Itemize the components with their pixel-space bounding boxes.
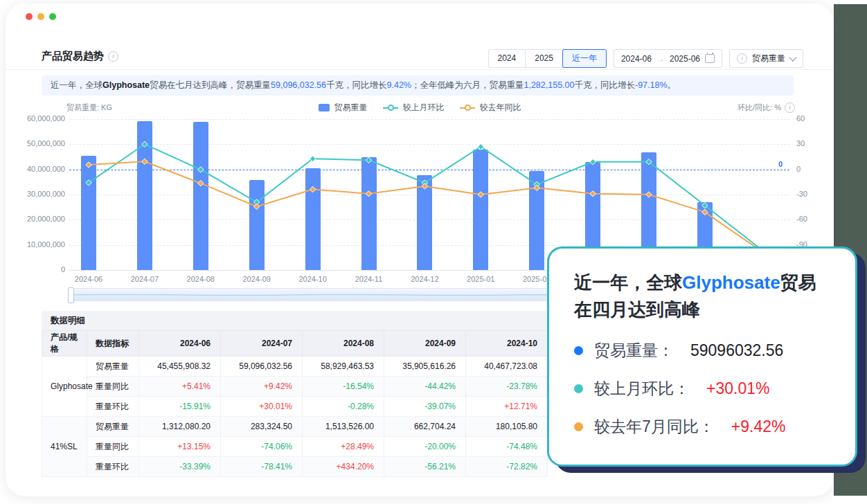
summary-segment: 近一年，全球 [51, 80, 102, 90]
chart-bar[interactable] [417, 175, 432, 270]
period-segment-group: 2024 2025 近一年 [488, 49, 607, 68]
value-cell: -74.48% [466, 437, 548, 457]
gridline [69, 119, 789, 120]
legend-item[interactable]: 较上月环比 [383, 102, 445, 114]
tooltip-title-prefix: 近一年，全球 [574, 272, 682, 293]
value-cell: 59,096,032.56 [221, 357, 303, 377]
chart-bar[interactable] [473, 150, 488, 270]
y-axis-tick-label: 30,000,000 [6, 190, 65, 198]
chart-bar[interactable] [193, 122, 208, 270]
tooltip-dot-icon [574, 346, 583, 355]
table-row: 重量环比-33.39%-78.41%+434.20%-56.21%-72.82% [42, 457, 548, 477]
legend-circle-icon [388, 105, 394, 111]
metric-cell: 重量环比 [87, 457, 139, 477]
legend-label: 较去年同比 [480, 102, 521, 114]
close-button[interactable] [26, 13, 33, 20]
value-cell: +5.41% [139, 377, 221, 397]
header-divider [6, 69, 834, 70]
chevron-down-icon [789, 53, 796, 61]
tooltip-title-highlight: Glyphosate [682, 272, 780, 293]
y-axis-tick-label: 0 [6, 265, 65, 273]
summary-segment: ；全年低峰为六月，贸易重量 [411, 80, 524, 90]
value-cell: 1,312,080.20 [139, 417, 221, 437]
value-cell: +13.15% [139, 437, 221, 457]
title-info-icon[interactable]: i [108, 51, 118, 62]
legend-label: 贸易重量 [334, 102, 368, 114]
tooltip-row-value: +30.01% [706, 379, 769, 398]
gridline [69, 144, 789, 145]
summary-segment: 千克，同比增长 [574, 80, 635, 90]
value-cell: -16.54% [303, 377, 384, 397]
zero-axis-pointer-label: 0 [778, 160, 783, 168]
chart-bar[interactable] [361, 157, 377, 270]
datazoom-left-handle[interactable] [68, 287, 74, 303]
x-axis-tick-label: 2024-09 [235, 275, 279, 283]
year-2024-button[interactable]: 2024 [488, 49, 526, 68]
table-section-title: 数据明细 [51, 316, 85, 325]
table-row: 重量同比+13.15%-74.06%+28.49%-20.00%-74.48% [42, 437, 548, 457]
table-column-header: 2024-10 [466, 331, 548, 357]
right-axis-info-icon[interactable]: i [785, 102, 795, 113]
table-row: 重量环比-15.91%+30.01%-0.28%-39.07%+12.71% [42, 397, 548, 417]
x-axis-tick-label: 2024-07 [123, 275, 167, 283]
tooltip-row: 较去年7月同比：+9.42% [574, 416, 830, 438]
date-range-picker[interactable]: 2024-06 → 2025-06 [614, 49, 722, 68]
table-column-header: 2024-09 [384, 331, 466, 357]
value-cell: -23.78% [466, 377, 548, 397]
table-column-header: 2024-06 [139, 331, 221, 357]
value-cell: +30.01% [221, 397, 303, 417]
year-2025-button[interactable]: 2025 [525, 49, 563, 68]
chart-bar[interactable] [249, 180, 265, 270]
chart-legend: 贸易重量较上月环比较去年同比 [6, 102, 834, 114]
line-marker-icon[interactable] [310, 156, 315, 161]
metric-selector-dropdown[interactable]: i 贸易重量 [729, 49, 803, 68]
window-controls [26, 13, 56, 20]
table-column-header: 2024-07 [221, 331, 303, 357]
value-cell: 1,513,526.00 [303, 417, 384, 437]
chart-bar[interactable] [81, 156, 96, 270]
value-cell: 283,324.50 [221, 417, 303, 437]
tooltip-title: 近一年，全球Glyphosate贸易在四月达到高峰 [574, 269, 830, 323]
tooltip-dot-icon [574, 422, 583, 431]
chart-bar[interactable] [305, 168, 321, 270]
summary-segment: 1,282,155.00 [524, 80, 574, 90]
table-head: 产品/规格数据指标2024-062024-072024-082024-09202… [42, 331, 548, 357]
value-cell: -44.42% [384, 377, 466, 397]
recent-year-button[interactable]: 近一年 [562, 49, 607, 68]
chart-bar[interactable] [529, 171, 544, 270]
legend-item[interactable]: 较去年同比 [460, 102, 521, 114]
value-cell: -78.41% [221, 457, 303, 477]
legend-line-swatch-icon [383, 107, 398, 109]
summary-segment: 千克，同比增长 [326, 80, 387, 90]
value-cell: 662,704.24 [384, 417, 466, 437]
metric-cell: 重量同比 [87, 377, 139, 397]
value-cell: 35,905,616.26 [384, 357, 466, 377]
right-axis-title: 环比/同比: % i [738, 102, 795, 113]
table-row: Glyphosate贸易重量45,455,908.3259,096,032.56… [42, 357, 548, 377]
value-cell: 40,467,723.08 [466, 357, 548, 377]
table-column-header: 数据指标 [87, 331, 139, 357]
tooltip-row-label: 较上月环比： [594, 378, 690, 399]
y-axis-tick-label: 60,000,000 [6, 114, 65, 123]
secondary-y-axis-tick-label: 30 [796, 139, 805, 147]
metric-info-icon: i [737, 53, 747, 64]
zoom-button[interactable] [49, 13, 56, 20]
value-cell: -20.00% [384, 437, 466, 457]
legend-item[interactable]: 贸易重量 [319, 102, 368, 114]
tooltip-row-value: 59096032.56 [690, 341, 783, 360]
summary-segment: 。 [668, 80, 677, 90]
data-detail-table: 产品/规格数据指标2024-062024-072024-082024-09202… [42, 330, 548, 477]
value-cell: -56.21% [384, 457, 466, 477]
chart-bar[interactable] [137, 121, 152, 270]
table-body: Glyphosate贸易重量45,455,908.3259,096,032.56… [42, 357, 548, 477]
value-cell: 58,929,463.53 [303, 357, 384, 377]
tooltip-row-value: +9.42% [731, 417, 786, 436]
y-axis-tick-label: 50,000,000 [6, 139, 65, 147]
legend-circle-icon [465, 105, 471, 111]
date-end: 2025-06 [670, 54, 700, 64]
legend-line-swatch-icon [460, 107, 475, 109]
minimize-button[interactable] [37, 13, 44, 20]
metric-cell: 重量环比 [87, 397, 139, 417]
metric-cell: 重量同比 [87, 437, 139, 457]
tooltip-row-label: 贸易重量： [594, 340, 674, 361]
